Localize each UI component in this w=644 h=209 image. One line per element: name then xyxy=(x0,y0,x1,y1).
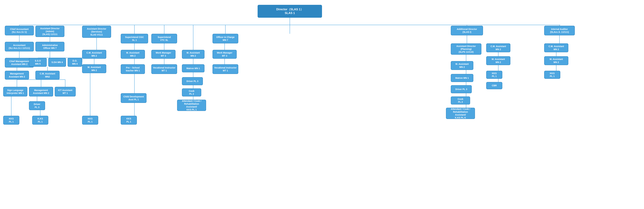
box-m_asst_mid1: M. AssistantMN 2 xyxy=(182,50,204,59)
box-root: Director（SLAS 1）SLAS 1 xyxy=(258,5,322,18)
box-work_mgr_vtc: Work ManagerMT 3 xyxy=(151,50,176,59)
box-sso: S.S.OMN 5 xyxy=(29,58,47,67)
box-driver_plan: Driver PL 3 xyxy=(451,85,472,93)
box-kks_pl1_left2: K.KSPL 1 xyxy=(32,116,48,125)
box-work_mgr_oc: Work ManagerMT 3 xyxy=(212,50,237,59)
box-cbr: CBR xyxy=(486,82,502,89)
box-kks_add: KKSPL 1 xyxy=(486,71,502,79)
box-cm_asst_services: C.M. AssistantMN 2 xyxy=(82,50,106,59)
box-asst_dir_planning: Assistant Director(Planning)(SLPS 11/110… xyxy=(451,43,482,55)
box-kks_cgc: KKSPL 1 xyxy=(121,116,137,125)
box-kks_pl1_far_left: KKSPL 1 xyxy=(3,116,19,125)
box-ict_asst: ICT AssistantMT 1 xyxy=(55,87,76,96)
box-child_dev: Child DevelopmentAsst PL 1 xyxy=(121,93,146,103)
box-accountant: Accountant(SLI Acc.S.1 11/111) xyxy=(5,42,34,51)
box-attendant_mid1: Attendant / Cook /Rehabilitation Assista… xyxy=(177,100,206,111)
box-pre_school: Pre – Schoolteacher MN 1 xyxy=(121,64,145,74)
box-matron_mid1: Matron MN 1 xyxy=(182,64,204,72)
box-asst_dir_admin: Assistant Director(Admin)(SLAS) 11/111 xyxy=(36,26,64,37)
box-attendant_plan: Attendant / Cook /Rehabilitation Assista… xyxy=(446,108,475,119)
box-voc_instr_vtc: Vocational InstructorMT 1 xyxy=(151,64,177,74)
box-super_cgc: Superintend CGCSL 1 xyxy=(121,34,148,43)
box-cm_asst_int: C.M. AssistantMN 2 xyxy=(544,43,568,52)
box-chief_acc: Chief Accountant(SLI Acc.S.I 1) xyxy=(5,26,34,35)
box-add_director: Additional Director(SLAS I) xyxy=(451,26,483,35)
box-super_vtc: SuperintendVTC SL xyxy=(151,34,177,43)
box-asst_dir_services: Assistant Director(Services)SLAS V/111 xyxy=(82,26,111,38)
box-m_asst_int: M. AssistantMN 2 xyxy=(544,56,568,65)
box-cm_asst_add: C.M. AssistantMN 2 xyxy=(486,43,510,52)
box-cook_plan: CookPL 2 xyxy=(451,96,470,104)
box-driver_pl3_left: DriverPL 3 xyxy=(29,101,45,110)
box-m_asst_cgc: M. AssistantMN 2 xyxy=(121,50,145,59)
org-chart: Director（SLAS 1）SLAS 1Chief Accountant(S… xyxy=(0,0,644,209)
box-cook_mid1: CookPL 2 xyxy=(182,88,201,96)
box-mgmt_asst2: ManagementAssistant MN 2 xyxy=(29,87,53,96)
box-m_asst_add: M. AssistantMN 2 xyxy=(486,56,510,65)
box-officer_charge: Officer in ChargeMN 7 xyxy=(212,34,238,43)
box-m_asst_services: M. AssistantMN 2 xyxy=(82,64,106,73)
box-m_asst_plan: M. AssistantMN 2 xyxy=(451,61,473,70)
box-driver_mid1: Driver PL 3 xyxy=(182,77,203,85)
box-kks_services: KKSPL 1 xyxy=(82,116,98,125)
box-cm_asst2: C.M. AssistantMN2 xyxy=(36,71,60,80)
box-kks_int: KKSPL 1 xyxy=(544,71,560,79)
box-admin_officer: AdministrativeOfficer MN 7 xyxy=(36,42,64,51)
box-mgmt_asst: ManagementAssistant MN 2 xyxy=(5,71,29,80)
box-matron_plan: Matron MN 1 xyxy=(451,74,473,82)
box-voc_instr_oc: Vocational InstructorMT 1 xyxy=(212,64,238,74)
box-sda: S.DA MN 4 xyxy=(48,58,66,67)
box-sign_lang: Sign LanguageInterpreter MN 1 xyxy=(3,87,27,96)
box-internal_aud: Internal Auditor(SLAcc.S. 11/111) xyxy=(544,26,575,35)
box-do: D.O.MN 4 xyxy=(68,58,82,67)
